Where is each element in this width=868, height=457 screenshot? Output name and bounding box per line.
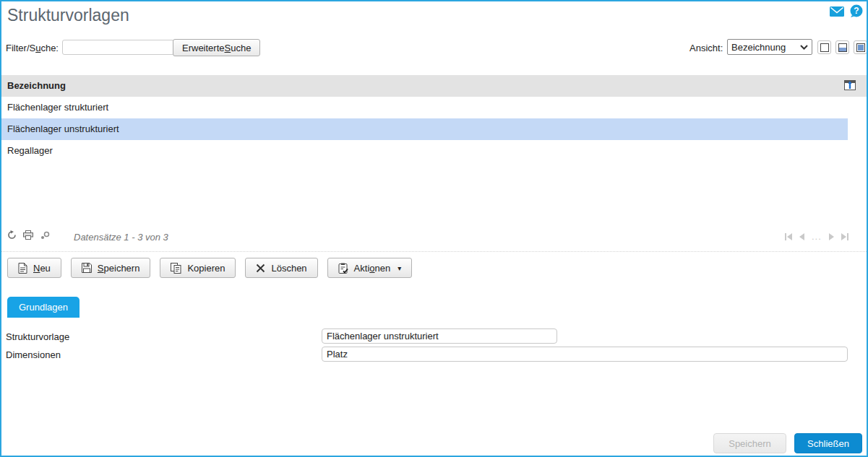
refresh-icon[interactable] — [7, 230, 17, 240]
view-label: Ansicht: — [689, 43, 723, 53]
save-button[interactable]: Speichern — [71, 258, 151, 278]
dimensionen-label: Dimensionen — [6, 349, 61, 360]
table-header: Bezeichnung — [1, 75, 867, 97]
view-mode-list-icon[interactable] — [817, 40, 831, 54]
strukturvorlage-label: Strukturvorlage — [6, 331, 69, 342]
actions-caret-icon: ▾ — [398, 264, 401, 272]
record-toolbar: Neu Speichern Kopieren — [7, 258, 412, 278]
record-count-status: Datensätze 1 - 3 von 3 — [74, 232, 168, 243]
help-icon[interactable]: ? — [850, 4, 863, 17]
table-row[interactable]: Regallager — [1, 140, 848, 162]
filter-input[interactable] — [62, 40, 174, 55]
footer-save-button[interactable]: Speichern — [713, 433, 786, 453]
toolbar-separator — [1, 251, 867, 252]
table-row-selected[interactable]: Flächenlager unstrukturiert — [1, 118, 848, 140]
print-icon[interactable] — [23, 230, 33, 240]
tab-grundlagen[interactable]: Grundlagen — [7, 297, 80, 318]
next-page-icon[interactable] — [829, 233, 834, 240]
footer-close-button[interactable]: Schließen — [794, 433, 862, 453]
page-ellipsis: ... — [812, 231, 822, 242]
settings-icon[interactable] — [40, 231, 50, 240]
help-glyph: ? — [854, 6, 859, 16]
chevron-down-icon — [800, 45, 808, 50]
view-select-value: Bezeichnung — [731, 42, 786, 53]
pagination: ... — [785, 231, 848, 242]
new-document-icon — [18, 263, 27, 274]
copy-button[interactable]: Kopieren — [160, 258, 236, 278]
actions-button[interactable]: Aktionen ▾ — [327, 258, 413, 278]
first-page-icon[interactable] — [785, 233, 792, 240]
prev-page-icon[interactable] — [799, 233, 804, 240]
view-mode-split-icon[interactable] — [835, 40, 849, 54]
advanced-search-button[interactable]: Erweiterte Suche — [173, 39, 260, 56]
dimensionen-field[interactable] — [322, 347, 848, 362]
new-button[interactable]: Neu — [7, 258, 61, 278]
view-mode-group — [817, 40, 867, 54]
copy-icon — [171, 263, 181, 274]
delete-button[interactable]: Löschen — [245, 258, 317, 278]
last-page-icon[interactable] — [841, 233, 848, 240]
save-icon — [82, 263, 92, 273]
column-settings-icon[interactable] — [844, 80, 856, 90]
delete-icon — [256, 264, 265, 273]
view-mode-detail-icon[interactable] — [854, 40, 867, 54]
mail-icon[interactable] — [830, 6, 844, 17]
view-select[interactable]: Bezeichnung — [727, 39, 812, 55]
actions-icon — [338, 263, 348, 274]
list-tools — [7, 230, 50, 240]
page-title: Strukturvorlagen — [7, 6, 129, 25]
filter-label: Filter/Suche: — [6, 43, 59, 53]
strukturvorlagen-window: Strukturvorlagen ? Filter/Suche: Erweite… — [0, 0, 868, 457]
table-row[interactable]: Flächenlager strukturiert — [1, 97, 848, 118]
strukturvorlage-field[interactable] — [322, 328, 557, 344]
column-header-bezeichnung[interactable]: Bezeichnung — [7, 75, 66, 97]
